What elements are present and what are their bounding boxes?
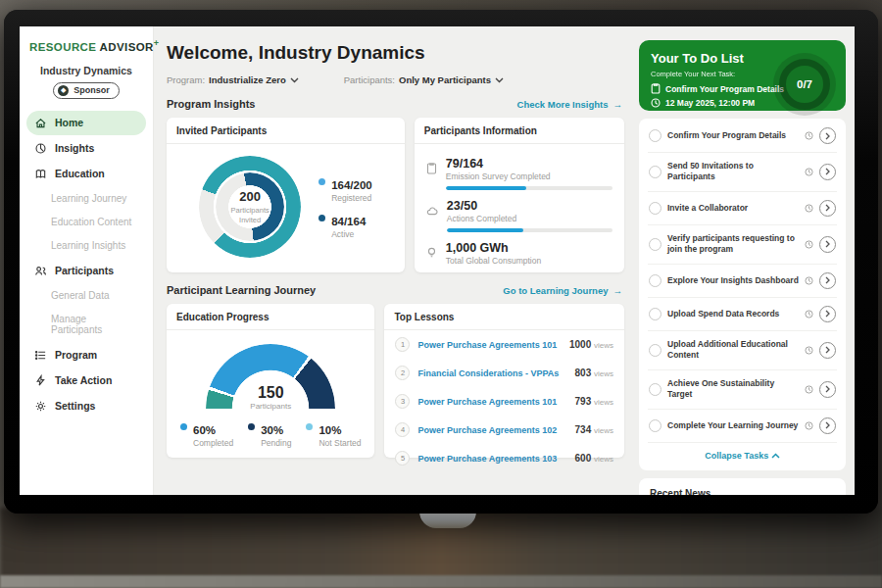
- task-go-button[interactable]: [819, 127, 836, 144]
- task-go-button[interactable]: [819, 342, 836, 359]
- pending-dot-icon: [248, 423, 255, 430]
- lesson-row: 3 Power Purchase Agreements 101 793 view…: [384, 387, 624, 416]
- sidebar-item-learning-insights[interactable]: Learning Insights: [26, 234, 146, 258]
- sidebar-item-education[interactable]: Education: [26, 162, 146, 186]
- top-lessons-title: Top Lessons: [384, 304, 624, 330]
- insights-cards-row: Invited Participants 200 Participants In…: [167, 118, 624, 272]
- task-row-explore-insights[interactable]: Explore Your Insights Dashboard: [648, 265, 837, 298]
- stat-value: 79/164: [446, 157, 612, 171]
- views-suffix: views: [594, 341, 613, 350]
- task-row-send-invitations[interactable]: Send 50 Invitations to Participants: [648, 153, 837, 192]
- task-go-button[interactable]: [819, 200, 836, 217]
- active-dot-icon: [318, 215, 325, 221]
- lesson-link[interactable]: Power Purchase Agreements 101: [417, 397, 566, 407]
- collapse-tasks-button[interactable]: Collapse Tasks: [648, 443, 837, 469]
- clock-icon: [805, 421, 813, 430]
- recent-news-title: Recent News: [650, 488, 710, 495]
- task-checkbox[interactable]: [649, 166, 662, 178]
- lesson-views: 734: [575, 424, 592, 435]
- sponsor-badge-label: Sponsor: [74, 85, 110, 95]
- task-checkbox[interactable]: [649, 238, 662, 251]
- task-row-verify-participants[interactable]: Verify participants requesting to join t…: [648, 225, 837, 265]
- task-go-button[interactable]: [819, 164, 836, 180]
- page-title: Welcome, Industry Dynamics: [167, 42, 624, 64]
- invited-participants-card: Invited Participants 200 Participants In…: [167, 118, 405, 272]
- sidebar-item-insights[interactable]: Insights: [26, 136, 146, 161]
- task-go-button[interactable]: [819, 381, 836, 398]
- lesson-views: 600: [575, 453, 592, 464]
- insights-icon: [34, 142, 47, 155]
- todo-next-task-label: Confirm Your Program Details: [665, 84, 784, 94]
- check-more-insights-link[interactable]: Check More Insights →: [517, 99, 622, 110]
- lesson-link[interactable]: Financial Considerations - VPPAs: [417, 368, 566, 378]
- lesson-rank: 4: [395, 422, 410, 437]
- task-go-button[interactable]: [819, 272, 836, 289]
- task-checkbox[interactable]: [649, 383, 662, 396]
- task-checkbox[interactable]: [649, 344, 662, 357]
- task-label: Send 50 Invitations to Participants: [667, 161, 799, 183]
- sidebar-item-manage-participants[interactable]: Manage Participants: [26, 308, 146, 342]
- lesson-link[interactable]: Power Purchase Agreements 103: [417, 454, 566, 464]
- completed-value: 60%: [193, 424, 216, 436]
- task-checkbox[interactable]: [649, 308, 662, 320]
- main-content: Welcome, Industry Dynamics Program: Indu…: [154, 26, 636, 495]
- sidebar-item-general-data[interactable]: General Data: [26, 284, 146, 308]
- lesson-views: 803: [575, 368, 592, 378]
- education-progress-title: Education Progress: [167, 304, 374, 330]
- task-go-button[interactable]: [819, 417, 836, 434]
- invited-participants-title: Invited Participants: [167, 118, 405, 144]
- go-to-learning-journey-link[interactable]: Go to Learning Journey →: [503, 285, 622, 296]
- app-logo[interactable]: RESOURCE ADVISOR+: [29, 38, 146, 53]
- desk-edge: [0, 575, 882, 588]
- clock-icon: [805, 346, 813, 355]
- stat-value: 23/50: [447, 199, 612, 213]
- lesson-link[interactable]: Power Purchase Agreements 101: [417, 340, 561, 350]
- sidebar-item-education-content[interactable]: Education Content: [26, 211, 146, 234]
- task-checkbox[interactable]: [649, 129, 662, 142]
- sidebar-item-settings[interactable]: Settings: [26, 394, 146, 418]
- todo-panel: Your To Do List Complete Your Next Task:…: [636, 26, 855, 495]
- lesson-rank: 5: [395, 451, 410, 466]
- task-go-button[interactable]: [819, 236, 836, 253]
- lesson-views: 1000: [569, 339, 591, 350]
- sidebar-item-home[interactable]: Home: [26, 111, 146, 135]
- task-row-upload-educational-content[interactable]: Upload Additional Educational Content: [648, 331, 837, 370]
- task-go-button[interactable]: [819, 306, 836, 322]
- sidebar-item-learning-journey[interactable]: Learning Journey: [26, 187, 146, 211]
- legend-active: 84/164 Active: [318, 212, 372, 239]
- task-row-achieve-target[interactable]: Achieve One Sustainability Target: [648, 370, 837, 410]
- donut-center-label: Participants Invited: [222, 206, 277, 225]
- task-checkbox[interactable]: [649, 419, 662, 432]
- task-checkbox[interactable]: [649, 274, 662, 287]
- program-insights-title: Program Insights: [167, 98, 255, 110]
- arrow-right-icon: →: [613, 285, 623, 296]
- lesson-link[interactable]: Power Purchase Agreements 102: [417, 425, 566, 435]
- views-suffix: views: [594, 398, 613, 407]
- participants-filter-value: Only My Participants: [399, 74, 491, 85]
- task-checkbox[interactable]: [649, 202, 662, 215]
- todo-progress-ring: 0/7: [773, 53, 836, 116]
- sidebar-item-participants[interactable]: Participants: [26, 259, 146, 283]
- task-label: Complete Your Learning Journey: [667, 420, 799, 431]
- gauge-center-label: Participants: [206, 402, 335, 411]
- participants-filter-dropdown[interactable]: Participants: Only My Participants: [344, 74, 504, 85]
- settings-icon: [34, 400, 47, 413]
- sponsor-badge[interactable]: ◆ Sponsor: [53, 82, 120, 99]
- task-row-complete-learning-journey[interactable]: Complete Your Learning Journey: [648, 410, 837, 443]
- task-label: Upload Spend Data Records: [667, 309, 799, 319]
- sidebar-item-label: Home: [55, 117, 83, 128]
- clock-icon: [805, 168, 813, 176]
- task-row-confirm-program[interactable]: Confirm Your Program Details: [648, 120, 837, 153]
- clipboard-icon: [651, 83, 661, 94]
- program-filter-dropdown[interactable]: Program: Industrialize Zero: [167, 74, 299, 85]
- pending-value: 30%: [261, 424, 283, 436]
- sidebar-item-take-action[interactable]: Take Action: [26, 368, 146, 393]
- sidebar-item-program[interactable]: Program: [26, 343, 146, 368]
- not-started-value: 10%: [318, 424, 341, 436]
- dashboard-screen: RESOURCE ADVISOR+ Industry Dynamics ◆ Sp…: [20, 26, 855, 495]
- task-row-invite-collaborator[interactable]: Invite a Collaborator: [648, 192, 837, 225]
- check-more-insights-label: Check More Insights: [517, 99, 609, 110]
- stat-label: Actions Completed: [447, 214, 612, 223]
- task-row-upload-spend-data[interactable]: Upload Spend Data Records: [648, 298, 837, 331]
- sidebar: RESOURCE ADVISOR+ Industry Dynamics ◆ Sp…: [20, 26, 154, 495]
